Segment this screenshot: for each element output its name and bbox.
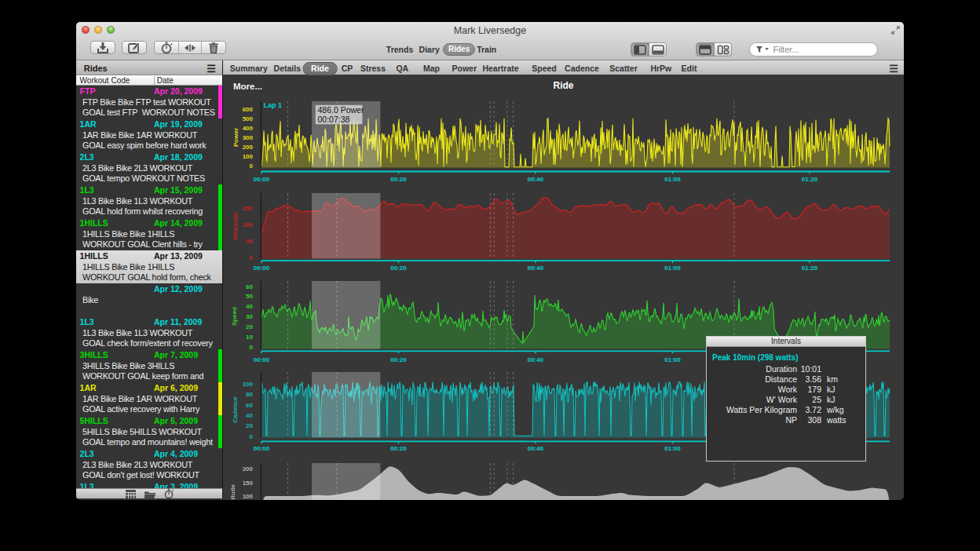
svg-text:150: 150 [243, 480, 254, 487]
svg-text:60: 60 [246, 402, 253, 409]
svg-text:01:00: 01:00 [664, 445, 681, 452]
svg-text:00:20: 00:20 [390, 356, 407, 363]
svg-text:00:40: 00:40 [528, 265, 544, 272]
svg-text:486.0 Power: 486.0 Power [318, 105, 364, 115]
svg-text:Altitude: Altitude [229, 484, 236, 500]
svg-text:Heartrate: Heartrate [232, 212, 239, 240]
svg-text:40: 40 [246, 303, 253, 310]
svg-text:01:00: 01:00 [664, 356, 681, 363]
svg-text:01:20: 01:20 [802, 176, 818, 183]
svg-text:Ride: Ride [553, 80, 573, 91]
svg-text:200: 200 [243, 144, 254, 151]
svg-text:400: 400 [243, 125, 254, 132]
svg-text:Lap 1: Lap 1 [263, 101, 282, 109]
svg-text:01:20: 01:20 [802, 265, 818, 272]
svg-text:600: 600 [243, 106, 254, 113]
svg-text:100: 100 [243, 221, 254, 228]
svg-text:20: 20 [246, 323, 253, 330]
svg-text:00:40: 00:40 [528, 176, 544, 183]
svg-text:00:20: 00:20 [390, 445, 407, 452]
svg-text:01:00: 01:00 [664, 265, 681, 272]
svg-text:Speed: Speed [231, 307, 238, 326]
svg-text:01:00: 01:00 [664, 176, 681, 183]
svg-text:300: 300 [243, 134, 254, 141]
svg-text:80: 80 [246, 391, 253, 398]
svg-text:10: 10 [246, 334, 253, 341]
svg-text:00:07:38: 00:07:38 [318, 115, 350, 124]
svg-text:00:00: 00:00 [254, 445, 270, 452]
svg-text:00:40: 00:40 [528, 356, 544, 363]
svg-text:00:20: 00:20 [390, 176, 407, 183]
svg-text:Power: Power [232, 128, 240, 147]
svg-text:00:00: 00:00 [254, 265, 270, 272]
svg-text:50: 50 [246, 238, 253, 245]
svg-text:150: 150 [243, 205, 254, 212]
svg-text:50: 50 [246, 293, 253, 300]
svg-text:100: 100 [243, 381, 254, 388]
svg-text:00:20: 00:20 [390, 265, 407, 272]
svg-text:0: 0 [250, 254, 254, 261]
svg-text:00:00: 00:00 [254, 176, 270, 183]
svg-text:00:40: 00:40 [528, 445, 544, 452]
svg-text:00:00: 00:00 [254, 356, 270, 363]
svg-text:0: 0 [250, 162, 254, 170]
svg-text:100: 100 [243, 493, 254, 500]
svg-text:Cadence: Cadence [232, 396, 239, 423]
svg-text:30: 30 [246, 313, 253, 320]
svg-text:200: 200 [243, 465, 254, 473]
svg-text:100: 100 [243, 153, 254, 160]
svg-text:500: 500 [243, 115, 254, 122]
svg-text:20: 20 [246, 422, 253, 429]
svg-text:0: 0 [250, 433, 254, 440]
svg-text:0: 0 [250, 344, 254, 351]
svg-text:More...: More... [233, 82, 262, 91]
svg-text:40: 40 [246, 412, 253, 419]
svg-text:60: 60 [246, 283, 253, 290]
